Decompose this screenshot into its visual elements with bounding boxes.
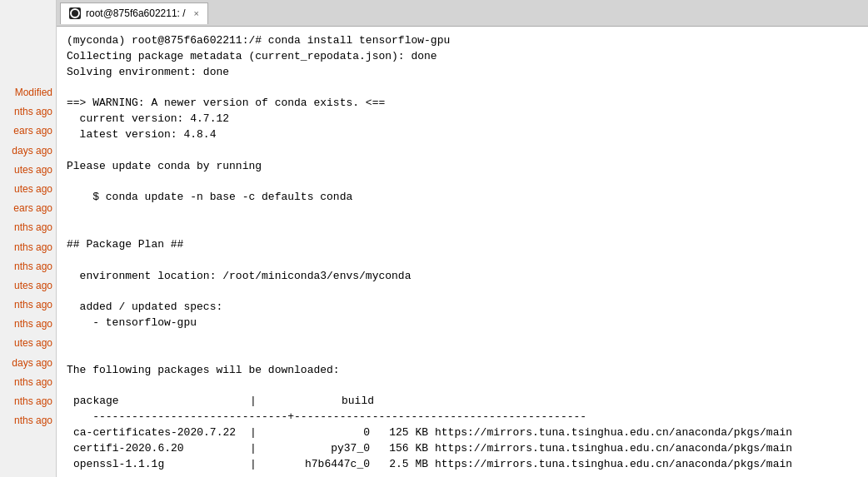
terminal-line-18: - tensorflow-gpu: [67, 316, 858, 331]
terminal-content[interactable]: (myconda) root@875f6a602211:/# conda ins…: [57, 27, 868, 477]
sidebar-label-4: utes ago: [0, 161, 56, 180]
table-header-row: package | build: [67, 394, 858, 410]
terminal-line-15: environment location: /root/miniconda3/e…: [67, 269, 858, 285]
sidebar-label-12: nths ago: [0, 315, 56, 334]
pkg-size-2: 2.5 MB: [370, 457, 428, 473]
terminal-line-9: [67, 175, 858, 191]
sidebar-label-8: nths ago: [0, 238, 56, 257]
pkg-url-2: https://mirrors.tuna.tsinghua.edu.cn/ana…: [428, 457, 792, 473]
terminal-line-16: [67, 285, 858, 301]
pkg-name-1: certifi-2020.6.20: [67, 441, 250, 457]
sidebar-label-modified: Modified: [0, 83, 56, 102]
sidebar-label-7: nths ago: [0, 218, 56, 237]
terminal-line-3: [67, 81, 858, 97]
table-row-1: certifi-2020.6.20 | py37_0 156 KB https:…: [67, 441, 858, 457]
sidebar-label-10: utes ago: [0, 276, 56, 296]
sidebar-label-15: nths ago: [0, 373, 56, 392]
terminal-tab[interactable]: root@875f6a602211: / ×: [60, 2, 208, 24]
sidebar-label-1: nths ago: [0, 102, 56, 122]
table-header-build: build: [258, 394, 374, 410]
pkg-url-0: https://mirrors.tuna.tsinghua.edu.cn/ana…: [428, 425, 792, 441]
terminal-line-2: Solving environment: done: [67, 65, 858, 81]
sidebar: Modified nths ago ears ago days ago utes…: [0, 0, 57, 477]
table-separator: ------------------------------+---------…: [67, 410, 858, 425]
terminal-line-20: [67, 347, 858, 363]
terminal-line-1: Collecting package metadata (current_rep…: [67, 49, 858, 65]
pkg-divider-1: |: [250, 441, 262, 457]
tab-bar: root@875f6a602211: / ×: [57, 0, 868, 27]
pkg-name-0: ca-certificates-2020.7.22: [67, 425, 250, 441]
tab-label: root@875f6a602211: /: [86, 7, 186, 19]
terminal-icon: [69, 7, 81, 19]
pkg-url-1: https://mirrors.tuna.tsinghua.edu.cn/ana…: [428, 441, 792, 457]
pkg-size-1: 156 KB: [370, 441, 428, 457]
pkg-name-2: openssl-1.1.1g: [67, 457, 250, 473]
sidebar-label-13: utes ago: [0, 334, 56, 353]
terminal-line-blank2: [67, 379, 858, 395]
terminal-line-6: latest version: 4.8.4: [67, 127, 858, 143]
terminal-line-21: The following packages will be downloade…: [67, 363, 858, 379]
sidebar-label-17: nths ago: [0, 411, 56, 430]
tab-close-button[interactable]: ×: [194, 8, 199, 18]
pkg-divider-2: |: [250, 457, 262, 473]
table-header-divider: |: [250, 394, 258, 410]
table-row-2: openssl-1.1.1g | h7b6447c_0 2.5 MB https…: [67, 457, 858, 473]
pkg-build-0: 0: [262, 425, 370, 441]
terminal-line-11: [67, 206, 858, 221]
terminal-line-7: [67, 143, 858, 159]
pkg-build-2: h7b6447c_0: [262, 457, 370, 473]
terminal-line-10: $ conda update -n base -c defaults conda: [67, 190, 858, 206]
main-area: root@875f6a602211: / × (myconda) root@87…: [57, 0, 868, 477]
terminal-line-0: (myconda) root@875f6a602211:/# conda ins…: [67, 33, 858, 49]
terminal-line-8: Please update conda by running: [67, 159, 858, 175]
sidebar-label-14: days ago: [0, 354, 56, 373]
terminal-line-19: [67, 331, 858, 347]
table-footer-separator: ----------------------------------------…: [67, 473, 858, 477]
sidebar-label-16: nths ago: [0, 392, 56, 411]
sidebar-label-5: utes ago: [0, 180, 56, 199]
pkg-size-0: 125 KB: [370, 425, 428, 441]
sidebar-label-6: ears ago: [0, 199, 56, 218]
pkg-build-1: py37_0: [262, 441, 370, 457]
table-row-0: ca-certificates-2020.7.22 | 0 125 KB htt…: [67, 425, 858, 441]
table-header-package: package: [67, 394, 250, 410]
sidebar-label-11: nths ago: [0, 296, 56, 315]
terminal-line-17: added / updated specs:: [67, 300, 858, 316]
pkg-divider-0: |: [250, 425, 262, 441]
terminal-line-5: current version: 4.7.12: [67, 112, 858, 127]
sidebar-label-9: nths ago: [0, 257, 56, 276]
terminal-line-12: [67, 221, 858, 237]
terminal-line-4: ==> WARNING: A newer version of conda ex…: [67, 96, 858, 112]
terminal-line-14: [67, 253, 858, 269]
terminal-line-13: ## Package Plan ##: [67, 237, 858, 253]
sidebar-label-2: ears ago: [0, 122, 56, 141]
sidebar-label-3: days ago: [0, 142, 56, 161]
